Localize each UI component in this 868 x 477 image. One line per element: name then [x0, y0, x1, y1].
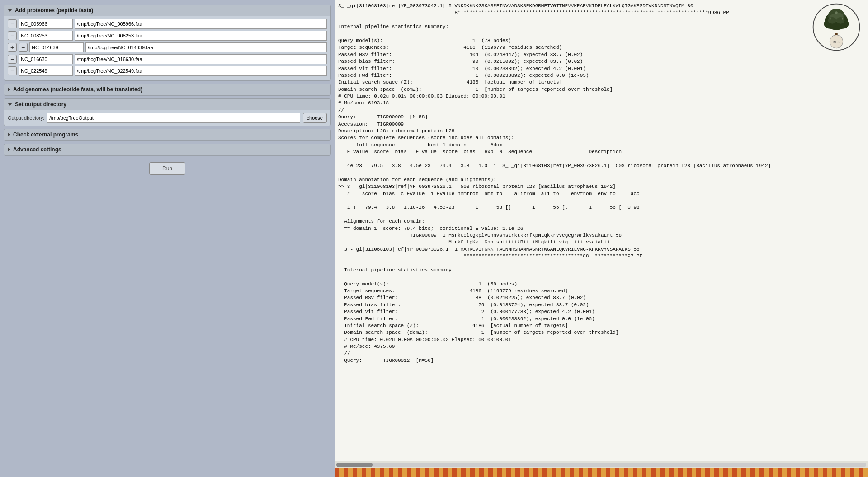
- proteomes-section-title: Add proteomes (peptide fasta): [15, 7, 93, 14]
- terminal-output[interactable]: 3_-_gi|311068103|ref|YP_003973042.1| 5 V…: [335, 0, 868, 461]
- proteome-name-input-1[interactable]: [19, 19, 73, 29]
- remove-proteome-btn-4[interactable]: −: [8, 55, 17, 64]
- proteome-row: −: [8, 66, 327, 76]
- proteome-row: −: [8, 31, 327, 41]
- add-genomes-header[interactable]: Add genomes (nucleotide fasta, will be t…: [4, 84, 330, 95]
- add-genomes-section: Add genomes (nucleotide fasta, will be t…: [4, 84, 331, 96]
- svg-point-9: [836, 17, 844, 24]
- svg-point-12: [842, 18, 844, 20]
- check-expand-icon: [8, 132, 10, 137]
- proteome-name-input-2[interactable]: [19, 31, 73, 41]
- left-panel: Add proteomes (peptide fasta) − − + −: [0, 0, 335, 477]
- proteome-path-input-2[interactable]: [75, 31, 327, 41]
- add-proteome-btn[interactable]: +: [8, 43, 17, 52]
- svg-point-11: [829, 18, 831, 20]
- svg-text:BCG: BCG: [833, 40, 840, 44]
- output-dir-label: Output directory:: [8, 115, 44, 121]
- advanced-expand-icon: [8, 147, 10, 152]
- svg-point-8: [828, 17, 836, 24]
- tree-logo-icon: BCG: [811, 2, 861, 52]
- run-button[interactable]: Run: [149, 162, 185, 175]
- output-dir-input[interactable]: [47, 113, 300, 123]
- output-dir-header[interactable]: Set output directory: [4, 99, 330, 110]
- remove-proteome-btn-3[interactable]: −: [19, 43, 28, 52]
- check-section-title: Check external programs: [13, 131, 78, 138]
- proteome-path-input-5[interactable]: [75, 66, 327, 76]
- check-external-header[interactable]: Check external programs: [4, 129, 330, 140]
- remove-proteome-btn-5[interactable]: −: [8, 66, 17, 75]
- logo-area: BCG: [809, 0, 863, 54]
- proteome-name-input-3[interactable]: [29, 42, 84, 52]
- remove-proteome-btn-1[interactable]: −: [8, 19, 17, 28]
- run-btn-container: Run: [4, 159, 331, 178]
- svg-point-10: [835, 11, 838, 14]
- advanced-settings-header[interactable]: Advanced settings: [4, 144, 330, 155]
- add-proteomes-header[interactable]: Add proteomes (peptide fasta): [4, 5, 330, 16]
- advanced-section-title: Advanced settings: [13, 146, 61, 153]
- advanced-settings-section: Advanced settings: [4, 144, 331, 156]
- proteome-row: −: [8, 19, 327, 29]
- horizontal-scrollbar[interactable]: [336, 463, 866, 467]
- output-expand-icon: [8, 103, 12, 106]
- genomes-section-title: Add genomes (nucleotide fasta, will be t…: [13, 86, 142, 93]
- proteomes-expand-icon: [8, 9, 12, 12]
- proteome-path-input-1[interactable]: [75, 19, 327, 29]
- proteome-name-input-5[interactable]: [19, 66, 73, 76]
- proteome-name-input-4[interactable]: [19, 54, 73, 64]
- proteome-row: −: [8, 54, 327, 64]
- proteome-path-input-4[interactable]: [75, 54, 327, 64]
- proteome-row: + −: [8, 42, 327, 52]
- choose-button[interactable]: choose: [303, 113, 327, 123]
- bottom-strip: [335, 468, 868, 477]
- output-dir-row: Output directory: choose: [4, 110, 330, 126]
- proteomes-content: − − + − −: [4, 16, 330, 80]
- genomes-expand-icon: [8, 87, 10, 92]
- output-section-title: Set output directory: [15, 101, 66, 108]
- output-dir-section: Set output directory Output directory: c…: [4, 98, 331, 126]
- add-proteomes-section: Add proteomes (peptide fasta) − − + −: [4, 5, 331, 81]
- scrollbar-thumb[interactable]: [336, 463, 373, 467]
- remove-proteome-btn-2[interactable]: −: [8, 31, 17, 40]
- scrollbar-area: [335, 461, 868, 468]
- check-external-section: Check external programs: [4, 129, 331, 141]
- proteome-path-input-3[interactable]: [85, 42, 327, 52]
- right-panel: BCG 3_-_gi|311068103|ref|YP_003973042.1|…: [335, 0, 868, 477]
